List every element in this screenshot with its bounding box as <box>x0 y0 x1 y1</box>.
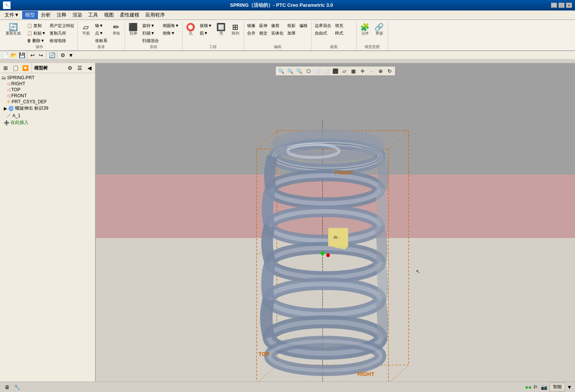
vp-btn-point-disp[interactable]: · <box>367 67 376 75</box>
pattern-icon: ⊞ <box>232 23 238 31</box>
icon-filter[interactable]: 🔽 <box>21 64 29 72</box>
btn-point[interactable]: 点▼ <box>94 30 109 37</box>
status-icon1[interactable]: 🖥 <box>3 383 11 391</box>
menu-flexible[interactable]: 柔性建模 <box>117 11 142 19</box>
tree-item-csys[interactable]: ✛ PRT_CSYS_DEF <box>1 99 94 105</box>
edit-col2: 延伸 相交 <box>258 22 269 37</box>
icon-settings[interactable]: ⚙ <box>66 64 74 72</box>
btn-interface[interactable]: 🔗 界面 <box>373 22 386 37</box>
tree-item-top[interactable]: ◁ TOP <box>1 87 94 93</box>
vp-btn-axis-disp[interactable]: ✛ <box>358 67 367 75</box>
restore-button[interactable]: □ <box>558 3 564 8</box>
pattern-label: 阵列 <box>232 31 239 36</box>
vp-btn-hidden[interactable]: ⬜ <box>322 67 331 75</box>
vp-btn-orient[interactable]: ⬡ <box>304 67 312 75</box>
tree-item-insert[interactable]: ➕ 在此插入 <box>1 119 94 126</box>
btn-rib[interactable]: 筋▼ <box>198 30 214 37</box>
btn-merge[interactable]: 合并 <box>246 30 257 37</box>
qa-open[interactable]: 📂 <box>10 52 17 59</box>
status-mode[interactable]: 智能 <box>549 383 565 391</box>
btn-regenerate[interactable]: 🔄 重新生成 <box>3 22 23 37</box>
btn-delete[interactable]: 🗑 删除▼ <box>26 37 47 44</box>
btn-axis[interactable]: 轴▼ <box>94 22 109 29</box>
btn-csys[interactable]: 坐标系 <box>94 37 109 44</box>
status-icon2[interactable]: 🔧 <box>13 383 21 391</box>
menu-render[interactable]: 渲染 <box>69 11 85 19</box>
btn-component[interactable]: 🧩 元件 <box>358 22 372 37</box>
tree-item-front[interactable]: ◁ FRONT <box>1 93 94 99</box>
tree-expand-helix[interactable]: ▶ <box>4 106 7 111</box>
btn-round[interactable]: 倒圆角▼ <box>161 22 181 29</box>
btn-boundary-blend[interactable]: 边界混合 <box>313 22 333 29</box>
btn-copy[interactable]: 📋 复制 <box>26 22 47 29</box>
btn-freestyle[interactable]: 自由式 <box>313 30 333 37</box>
vp-btn-zoom-out[interactable]: 🔍 <box>295 67 303 75</box>
vp-btn-zoom-fit[interactable]: 🔍 <box>277 67 285 75</box>
btn-style[interactable]: 样式 <box>334 30 345 37</box>
btn-pattern[interactable]: ⊞ 阵列 <box>229 22 242 37</box>
svg-text:TOP: TOP <box>258 351 270 357</box>
menu-analysis[interactable]: 分析 <box>38 11 54 19</box>
qa-regen[interactable]: 🔄 <box>48 52 56 59</box>
btn-extend[interactable]: 延伸 <box>258 22 269 29</box>
vp-btn-wire[interactable]: ⬜ <box>313 67 321 75</box>
btn-shrink[interactable]: 收缩包络 <box>48 37 76 44</box>
btn-intersect[interactable]: 相交 <box>258 30 269 37</box>
qa-arrow[interactable]: ▼ <box>67 52 75 59</box>
menu-annotation[interactable]: 注释 <box>54 11 69 19</box>
vp-btn-spin[interactable]: ↻ <box>385 67 394 75</box>
btn-thicken[interactable]: 加厚 <box>286 30 297 37</box>
close-button[interactable]: ✕ <box>566 3 572 8</box>
tree-item-axis[interactable]: ／ A_1 <box>1 112 94 119</box>
minimize-button[interactable]: _ <box>551 3 557 8</box>
btn-project[interactable]: 投影 <box>286 22 297 29</box>
qa-redo[interactable]: ↪ <box>37 52 45 59</box>
btn-solidify[interactable]: 实体化 <box>270 30 285 37</box>
qa-undo[interactable]: ↩ <box>29 52 36 59</box>
btn-hole[interactable]: ⭕ 孔 <box>184 22 198 37</box>
eng-col: 拔模▼ 筋▼ <box>198 22 214 37</box>
icon-layers[interactable]: 📋 <box>11 64 20 72</box>
tree-item-spring-prt[interactable]: 🗂 SPRING.PRT <box>1 75 94 81</box>
main-viewport[interactable]: 🔍 🔍 🔍 ⬡ ⬜ ⬜ ⬛ ▱ ▦ ✛ · ⊕ ↻ <box>96 63 575 381</box>
menu-tools[interactable]: 工具 <box>85 11 101 19</box>
btn-fill[interactable]: 填充 <box>334 22 345 29</box>
btn-chamfer[interactable]: 倒角▼ <box>161 30 181 37</box>
vp-btn-csys-disp[interactable]: ⊕ <box>376 67 385 75</box>
tree-item-helix[interactable]: ▶ 🌀 螺旋伸出 标识39 <box>1 105 94 112</box>
qa-save[interactable]: 💾 <box>18 52 26 59</box>
menu-model[interactable]: 模型 <box>22 11 38 19</box>
btn-plane[interactable]: ▱ 平面 <box>79 22 93 37</box>
menu-file[interactable]: 文件▼ <box>2 11 22 19</box>
status-right: ●● 🏳 📷 智能 ▼ <box>525 383 572 391</box>
btn-sketch[interactable]: ✏ 草绘 <box>110 22 123 37</box>
tree-item-right[interactable]: ◁ RIGHT <box>1 81 94 87</box>
qa-new[interactable]: 📄 <box>2 52 9 59</box>
icon-grid[interactable]: ⊞ <box>2 64 10 72</box>
btn-copy-geo[interactable]: 复制几何 <box>48 30 76 37</box>
btn-revolve[interactable]: 旋转▼ <box>141 22 160 29</box>
vp-btn-plane-disp[interactable]: ▦ <box>349 67 358 75</box>
menu-view[interactable]: 视图 <box>101 11 117 19</box>
btn-paste[interactable]: 📋 粘贴▼ <box>26 30 47 37</box>
btn-mirror[interactable]: 镜像 <box>246 22 257 29</box>
status-camera[interactable]: 📷 <box>540 383 548 391</box>
btn-blend-sweep[interactable]: 扫描混合 <box>141 37 160 44</box>
btn-user-feature[interactable]: 用户定义特征 <box>48 22 76 29</box>
btn-shell[interactable]: 🔲 壳 <box>214 22 228 37</box>
vp-btn-perspective[interactable]: ▱ <box>340 67 349 75</box>
menu-apps[interactable]: 应用程序 <box>142 11 168 19</box>
btn-offset[interactable]: 偏移 <box>298 22 309 29</box>
vp-btn-zoom-in[interactable]: 🔍 <box>286 67 294 75</box>
icon-expand[interactable]: ◀ <box>85 64 94 72</box>
btn-trim[interactable]: 修剪 <box>270 22 285 29</box>
btn-draft[interactable]: 拔模▼ <box>198 22 214 29</box>
tree-label-insert: 在此插入 <box>11 119 29 126</box>
window-controls[interactable]: _ □ ✕ <box>551 3 572 8</box>
vp-btn-shade[interactable]: ⬛ <box>331 67 340 75</box>
icon-columns[interactable]: ☰ <box>75 64 84 72</box>
btn-sweep[interactable]: 扫描▼ <box>141 30 160 37</box>
status-expand[interactable]: ▼ <box>567 384 572 390</box>
btn-extrude[interactable]: ⬛ 拉伸 <box>127 22 140 37</box>
qa-more[interactable]: ⚙ <box>59 52 66 59</box>
